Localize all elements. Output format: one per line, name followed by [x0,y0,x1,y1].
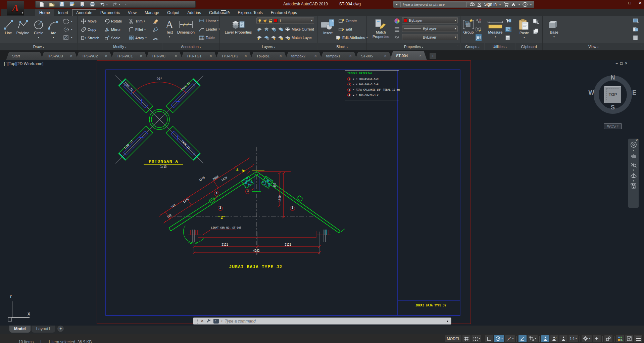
arc-button[interactable]: Arc▾ [47,19,59,40]
clean-screen-button[interactable] [625,335,633,342]
ribbon-tab[interactable]: View [124,9,141,16]
circle-button[interactable]: Circle▾ [33,19,45,40]
ribbon-tab[interactable]: Insert [54,9,72,16]
copy-clip-icon[interactable] [533,28,539,35]
ribbon-display-toggle[interactable]: ▾ [221,10,229,13]
pan-hand-icon[interactable] [631,153,637,159]
customization-menu-button[interactable] [634,335,642,342]
match-layer-button[interactable]: Match Layer [292,36,312,40]
color-wheel-icon[interactable] [394,17,400,24]
viewport-window-buttons[interactable]: −□× [615,61,630,66]
viewcube-west[interactable]: W [587,89,596,96]
qat-customize-icon[interactable]: ▿ [125,3,127,6]
base-button[interactable]: Base▾ [548,19,560,39]
panel-label-layers[interactable]: Layers ▾ [220,43,317,50]
file-tab[interactable]: ST-005 ✕ [355,52,392,60]
search-icon[interactable] [469,2,475,7]
ungroup-icon[interactable] [476,17,482,24]
close-button[interactable]: ✕ [638,0,642,5]
polar-tracking-button[interactable]: ▾ [494,335,504,342]
annotation-scale-value[interactable]: 1:1▾ [568,335,578,342]
close-tab-icon[interactable]: ✕ [175,54,177,58]
viewcube-north[interactable]: N [608,74,617,81]
command-input[interactable] [225,319,444,324]
annotation-autoscale-button[interactable] [550,335,558,342]
layer-properties-button[interactable]: Layer Properties [224,19,252,35]
calc-grid-icon[interactable] [633,34,638,41]
panel-label-view[interactable]: View ▾⌄ [543,43,644,50]
object-snap-tracking-button[interactable] [518,335,527,342]
match-properties-button[interactable]: Match Properties [370,19,391,39]
command-dropdown-icon[interactable]: ▾ [221,320,222,323]
layer-isolate-icon[interactable] [256,27,262,32]
undo-dropdown-icon[interactable]: ▾ [106,3,108,6]
command-line[interactable]: ✕ >_ ▾ ▲ [193,317,451,325]
redo-dropdown-icon[interactable]: ▾ [119,3,120,6]
panel-label-annotation[interactable]: Annotation ▾ [162,43,219,50]
leader-button[interactable]: Leader▾ [199,26,220,33]
lineweight-combo[interactable]: ByLayer▾ [402,26,458,32]
line-button[interactable]: Line [3,19,14,35]
group-button[interactable]: Group [462,19,475,35]
layer-select-combo[interactable]: 1 ▾ [256,17,314,24]
hatch-tool-icon[interactable]: ▾ [63,34,72,41]
close-tab-icon[interactable]: ✕ [105,54,107,58]
file-tab[interactable]: Start [6,52,43,60]
edit-attributes-button[interactable]: Edit Attributes▾ [335,34,367,41]
file-tab[interactable]: TPJ-WC2 ✕ [76,52,113,60]
cut-icon[interactable] [533,18,539,25]
layer-lock-icon[interactable] [278,27,283,32]
wcs-menu[interactable]: WCS ▿ [604,123,622,129]
polyline-button[interactable]: Polyline [16,19,30,35]
layer-thaw-all-icon[interactable] [263,35,269,40]
workspace-switching-button[interactable]: ▾ [582,335,592,342]
command-history-icon[interactable]: ▲ [446,320,449,323]
isometric-drafting-button[interactable]: ▾ [505,335,515,342]
ribbon-tab[interactable]: Express Tools [234,9,266,16]
navigation-bar[interactable]: ✕ ▾ ▾ ▾ [628,139,639,208]
save-as-icon[interactable] [69,2,75,7]
fillet-button[interactable]: Fillet▾ [128,26,146,33]
rectangle-tool-icon[interactable]: ▾ [63,18,72,25]
ellipse-tool-icon[interactable]: ▾ [63,26,72,33]
id-point-icon[interactable] [505,17,511,24]
open-file-icon[interactable] [49,2,55,7]
linear-button[interactable]: Linear▾ [199,17,218,24]
group-edit-icon[interactable] [476,26,482,33]
layout-tab[interactable]: Layout1 [32,326,55,333]
group-selection-toggle[interactable] [476,34,482,41]
minimize-button[interactable]: − [618,0,621,5]
layer-vp-icon[interactable] [270,35,276,40]
model-space-canvas[interactable]: [-][Top][2D Wireframe] −□× 90° TYPE J2 T… [0,60,644,326]
search-expand-icon[interactable]: ▸ [396,3,398,6]
file-tab[interactable]: Tpj-plp1 ✕ [250,52,287,60]
steering-wheel-icon[interactable] [630,141,637,148]
viewport-controls[interactable]: [-][Top][2D Wireframe] [4,61,43,66]
measure-button[interactable]: Measure▾ [487,19,504,39]
maximize-button[interactable]: □ [628,0,631,5]
dimension-button[interactable]: Dimension [177,19,195,35]
new-layout-button[interactable]: + [57,326,64,332]
lineweight-list-icon[interactable] [394,26,400,33]
viewcube-south[interactable]: S [608,104,617,111]
grid-display-button[interactable] [462,335,470,342]
cart-icon[interactable] [503,2,508,7]
command-grip-handle[interactable] [195,318,198,324]
recent-commands-icon[interactable]: >_ [213,319,219,324]
ribbon-tab[interactable]: Manage [141,9,163,16]
orbit-icon[interactable] [630,173,637,179]
model-space-toggle[interactable]: MODEL [445,335,461,342]
paste-button[interactable]: Paste▾ [518,19,530,40]
search-input[interactable] [400,2,467,7]
file-tab[interactable]: tampak2 ✕ [285,52,322,60]
layout-tab[interactable]: Model [9,326,31,333]
ortho-mode-button[interactable] [485,335,493,342]
layer-freeze-icon[interactable] [263,27,269,32]
ribbon-tab[interactable]: Add-ins [183,9,205,16]
panel-label-modify[interactable]: Modify ▾ [78,43,162,50]
ribbon-tab[interactable]: Parametric [96,9,124,16]
showmotion-icon[interactable] [631,183,637,189]
save-icon[interactable] [59,2,65,7]
user-icon[interactable] [477,2,482,7]
help-icon[interactable]: ? [523,2,528,7]
